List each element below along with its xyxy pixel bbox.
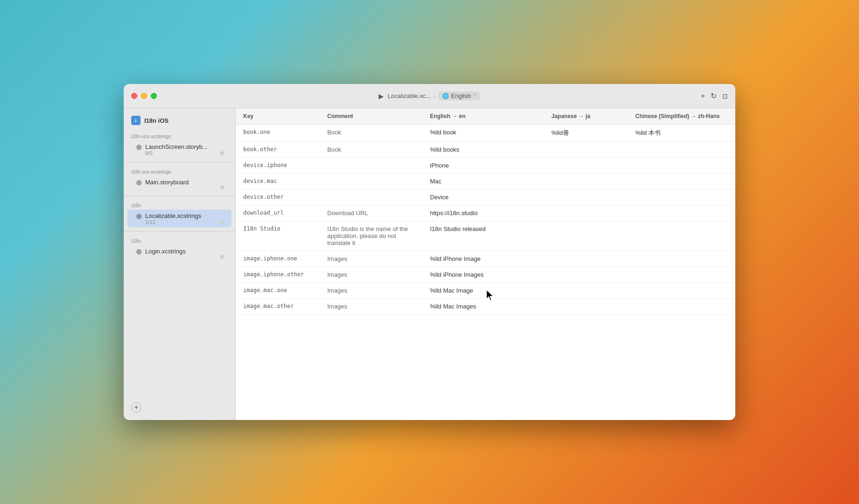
cell-english[interactable]: https://i18n.studio	[422, 205, 544, 221]
globe-icon: 🌐	[442, 93, 449, 99]
sidebar-item-progress-3: 1/11	[145, 219, 155, 225]
cell-comment[interactable]: Images	[320, 251, 422, 267]
add-file-button[interactable]: +	[131, 402, 141, 413]
traffic-lights	[131, 93, 157, 99]
cell-chinese[interactable]	[628, 205, 735, 221]
cell-chinese[interactable]	[628, 189, 735, 205]
sidebar-item-name-1: LaunchScreen.storyb...	[145, 143, 224, 150]
table-row[interactable]: image.iphone.oneImages%lld iPhone Image	[236, 251, 735, 267]
cell-comment[interactable]	[320, 174, 422, 189]
cell-key[interactable]: book.other	[236, 142, 320, 158]
table-row[interactable]: book.otherBook%lld books	[236, 142, 735, 158]
cell-key[interactable]: image.mac.other	[236, 299, 320, 315]
sidebar-item-login[interactable]: ◎ Login.xcstrings	[127, 245, 232, 261]
cell-english[interactable]: %lld iPhone Image	[422, 251, 544, 267]
cell-key[interactable]: I18n Studio	[236, 221, 320, 251]
cell-chinese[interactable]	[628, 267, 735, 283]
close-button[interactable]	[131, 93, 137, 99]
table-row[interactable]: image.iphone.otherImages%lld iPhone Imag…	[236, 267, 735, 283]
cell-chinese[interactable]	[628, 142, 735, 158]
breadcrumb-current[interactable]: 🌐 English ⌃	[438, 91, 480, 100]
cell-chinese[interactable]	[628, 158, 735, 174]
cell-english[interactable]: %lld Mac Images	[422, 299, 544, 315]
cell-chinese[interactable]	[628, 221, 735, 251]
cell-japanese[interactable]	[544, 221, 628, 251]
cell-key[interactable]: image.mac.one	[236, 283, 320, 299]
cell-english[interactable]: %lld Mac Image	[422, 283, 544, 299]
breadcrumb-file[interactable]: Localizable.xc...	[387, 92, 431, 99]
cell-comment[interactable]: I18n Studio is the name of the applicati…	[320, 221, 422, 251]
cell-english[interactable]: Mac	[422, 174, 544, 189]
cell-japanese[interactable]: %lld冊	[544, 125, 628, 142]
cell-comment[interactable]: Images	[320, 267, 422, 283]
cell-japanese[interactable]	[544, 251, 628, 267]
cell-key[interactable]: device.mac	[236, 174, 320, 189]
cell-english[interactable]: I18n Studio released	[422, 221, 544, 251]
cell-key[interactable]: device.other	[236, 189, 320, 205]
col-header-japanese: Japanese → ja	[544, 108, 628, 125]
table-row[interactable]: device.otherDevice	[236, 189, 735, 205]
cell-chinese[interactable]	[628, 174, 735, 189]
add-icon-button[interactable]: +	[701, 92, 705, 100]
sidebar-section-label-3: i18n	[124, 200, 235, 209]
col-header-chinese: Chinese (Simplified) → zh-Hans	[628, 108, 735, 125]
cell-english[interactable]: iPhone	[422, 158, 544, 174]
cell-chinese[interactable]	[628, 299, 735, 315]
cell-japanese[interactable]	[544, 267, 628, 283]
table-row[interactable]: image.mac.otherImages%lld Mac Images	[236, 299, 735, 315]
play-button[interactable]: ▶	[379, 92, 384, 100]
cell-english[interactable]: %lld book	[422, 125, 544, 142]
project-header: i I18n iOS	[124, 114, 235, 131]
cell-comment[interactable]: Download URL	[320, 205, 422, 221]
cell-comment[interactable]: Images	[320, 283, 422, 299]
table-row[interactable]: device.iphoneiPhone	[236, 158, 735, 174]
cell-japanese[interactable]	[544, 205, 628, 221]
cell-key[interactable]: download_url	[236, 205, 320, 221]
sidebar-item-dot-1	[220, 151, 224, 155]
table-row[interactable]: image.mac.oneImages%lld Mac Image	[236, 283, 735, 299]
minimize-button[interactable]	[141, 93, 147, 99]
cell-comment[interactable]	[320, 189, 422, 205]
col-header-comment: Comment	[320, 108, 422, 125]
sidebar-item-name-2: Main.storyboard	[145, 179, 224, 186]
cell-japanese[interactable]	[544, 174, 628, 189]
cell-key[interactable]: device.iphone	[236, 158, 320, 174]
cell-key[interactable]: book.one	[236, 125, 320, 142]
table-body: book.oneBook%lld book%lld冊%lld 本书book.ot…	[236, 125, 735, 315]
cell-chinese[interactable]: %lld 本书	[628, 125, 735, 142]
cell-english[interactable]: Device	[422, 189, 544, 205]
file-icon-1: ◎	[135, 143, 142, 150]
cell-key[interactable]: image.iphone.other	[236, 267, 320, 283]
cell-comment[interactable]	[320, 158, 422, 174]
cell-japanese[interactable]	[544, 142, 628, 158]
cell-japanese[interactable]	[544, 299, 628, 315]
maximize-button[interactable]	[151, 93, 157, 99]
sidebar-toggle-button[interactable]: ⊡	[722, 92, 728, 100]
sidebar-item-launchscreen[interactable]: ◎ LaunchScreen.storyb... 0/0	[127, 140, 232, 158]
cell-japanese[interactable]	[544, 158, 628, 174]
cell-chinese[interactable]	[628, 251, 735, 267]
table-row[interactable]: device.macMac	[236, 174, 735, 189]
table-container[interactable]: Key Comment English → en Japanese → ja C…	[236, 108, 735, 420]
cell-english[interactable]: %lld iPhone Images	[422, 267, 544, 283]
cell-key[interactable]: image.iphone.one	[236, 251, 320, 267]
cell-comment[interactable]: Book	[320, 125, 422, 142]
cell-comment[interactable]: Images	[320, 299, 422, 315]
refresh-icon-button[interactable]: ↻	[711, 91, 717, 100]
sidebar-item-dot-4	[220, 255, 224, 259]
table-row[interactable]: I18n StudioI18n Studio is the name of th…	[236, 221, 735, 251]
breadcrumb-current-label: English	[451, 92, 471, 99]
sidebar-item-dot-2	[220, 186, 224, 189]
cell-comment[interactable]: Book	[320, 142, 422, 158]
table-row[interactable]: book.oneBook%lld book%lld冊%lld 本书	[236, 125, 735, 142]
cell-japanese[interactable]	[544, 189, 628, 205]
cell-english[interactable]: %lld books	[422, 142, 544, 158]
titlebar-actions: + ↻ ⊡	[701, 91, 728, 100]
table-row[interactable]: download_urlDownload URLhttps://i18n.stu…	[236, 205, 735, 221]
file-icon-3: ◎	[135, 212, 142, 219]
cell-japanese[interactable]	[544, 283, 628, 299]
cell-chinese[interactable]	[628, 283, 735, 299]
app-window: ▶ Localizable.xc... › 🌐 English ⌃ + ↻ ⊡ …	[124, 84, 735, 420]
sidebar-item-localizable[interactable]: ◎ Localizable.xcstrings 1/11	[127, 210, 232, 227]
sidebar-item-mainstoryboard[interactable]: ◎ Main.storyboard	[127, 176, 232, 192]
